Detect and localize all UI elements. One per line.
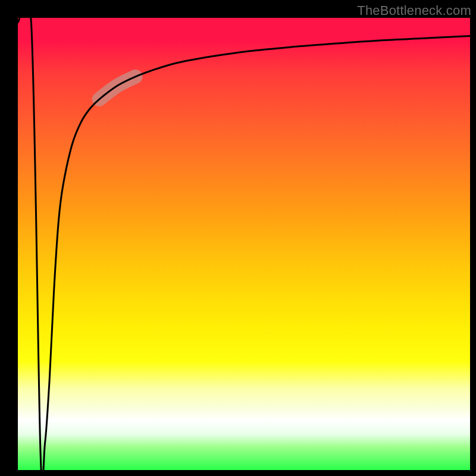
attribution-text: TheBottleneck.com — [357, 3, 471, 18]
bottleneck-curve — [18, 0, 470, 476]
chart-stage: TheBottleneck.com — [0, 0, 476, 476]
plot-area — [18, 18, 470, 470]
curve-svg — [18, 18, 470, 470]
